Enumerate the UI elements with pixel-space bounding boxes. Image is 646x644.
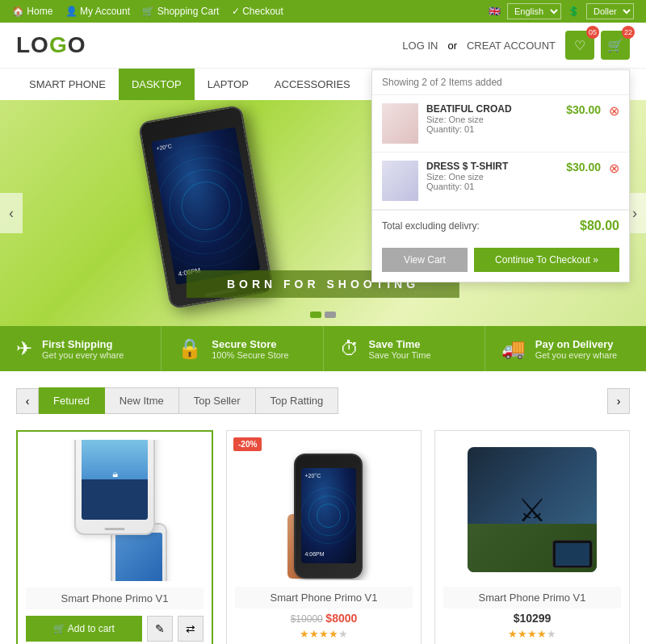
product-image-wrap: ⚔ xyxy=(443,439,621,580)
cart-item-remove-button[interactable]: ⊗ xyxy=(609,103,619,119)
feature-time-text: Save Time Save Your Time xyxy=(369,338,431,360)
create-account-link[interactable]: CREAT ACCOUNT xyxy=(467,40,556,52)
cart-total-label: Total excluding delivry: xyxy=(382,220,480,232)
cart-icon-small: 🛒 xyxy=(53,623,65,634)
flag-icon: 🇬🇧 xyxy=(489,6,501,17)
tab-new-item[interactable]: New Itme xyxy=(105,387,179,414)
cart-total: Total excluding delivry: $80.00 xyxy=(372,210,629,241)
star-empty: ★ xyxy=(547,628,556,640)
cart-item-details: DRESS $ T-SHIRT Size: One size Quantity:… xyxy=(426,161,558,191)
compare-button[interactable]: ⇄ xyxy=(178,616,203,642)
product-name: Smart Phone Primo V1 xyxy=(26,588,203,609)
header-right: LOG IN or CREAT ACCOUNT ♡ 05 🛒 22 xyxy=(402,31,630,60)
cart-item-name: BEATIFUL CROAD xyxy=(426,103,558,115)
nav-smart-phone[interactable]: SMART PHONE xyxy=(16,69,119,100)
logo: LOGO xyxy=(16,32,86,58)
cart-item-name: DRESS $ T-SHIRT xyxy=(426,161,558,172)
feature-shipping-sub: Get you every whare xyxy=(42,350,124,360)
top-bar-left: 🏠 Home 👤 My Account 🛒 Shopping Cart ✓ Ch… xyxy=(12,6,293,17)
nav-accessories[interactable]: ACCESSORIES xyxy=(262,69,363,100)
tab-top-seller[interactable]: Top Seller xyxy=(179,387,256,414)
cart-item-price: $30.00 xyxy=(566,161,601,174)
product-stars: ★★★★★ xyxy=(443,628,621,640)
feature-secure-sub: 100% Secure Store xyxy=(212,350,288,360)
top-bar: 🏠 Home 👤 My Account 🛒 Shopping Cart ✓ Ch… xyxy=(0,0,646,23)
star-filled: ★★★★ xyxy=(300,628,338,640)
currency-select[interactable]: Doller xyxy=(586,3,634,19)
cart-item-remove-button[interactable]: ⊗ xyxy=(609,161,619,176)
tab-featured[interactable]: Fetured xyxy=(39,387,105,414)
cart-item: DRESS $ T-SHIRT Size: One size Quantity:… xyxy=(372,153,629,210)
feature-secure: 🔒 Secure Store 100% Secure Store xyxy=(162,326,323,371)
products-section: ‹ Fetured New Itme Top Seller Top Rattin… xyxy=(0,371,646,644)
sale-badge: -20% xyxy=(233,437,262,451)
tab-top-ratting[interactable]: Top Ratting xyxy=(256,387,339,414)
checkout-button[interactable]: Continue To Checkout » xyxy=(474,248,619,272)
feature-shipping-text: First Shipping Get you every whare xyxy=(42,338,124,360)
hero-prev-button[interactable]: ‹ xyxy=(0,193,23,233)
features-bar: ✈ First Shipping Get you every whare 🔒 S… xyxy=(0,326,646,371)
product-price-new: $8000 xyxy=(325,612,357,625)
login-link[interactable]: LOG IN xyxy=(402,40,438,52)
product-tabs: Fetured New Itme Top Seller Top Ratting xyxy=(39,387,607,414)
products-grid: 🏔 Smart Phone Primo V1 xyxy=(16,430,630,644)
nav-my-account[interactable]: 👤 My Account xyxy=(65,6,130,17)
cart-item-qty: Quantity: 01 xyxy=(426,124,558,134)
cart-icon: 🛒 xyxy=(607,38,623,53)
cart-item-size: Size: One size xyxy=(426,172,558,182)
edit-icon: ✎ xyxy=(155,622,165,635)
truck-icon: 🚚 xyxy=(501,337,526,360)
nav-dasktop[interactable]: DASKTOP xyxy=(119,69,195,100)
cart-dropdown: Showing 2 of 2 Items added BEATIFUL CROA… xyxy=(371,69,630,282)
product-price: $10299 xyxy=(514,612,552,625)
star-empty: ★ xyxy=(338,628,348,640)
feature-delivery-title: Pay on Delivery xyxy=(535,338,618,350)
cart-item-image xyxy=(382,103,418,144)
heart-icon: ♡ xyxy=(574,38,585,53)
cart-item-price: $30.00 xyxy=(566,103,601,116)
edit-button[interactable]: ✎ xyxy=(147,616,173,642)
top-bar-right: 🇬🇧 English 💲 Doller xyxy=(489,3,634,19)
feature-secure-text: Secure Store 100% Secure Store xyxy=(212,338,288,360)
feature-shipping: ✈ First Shipping Get you every whare xyxy=(0,326,162,371)
cart-item-details: BEATIFUL CROAD Size: One size Quantity: … xyxy=(426,103,558,134)
cart-badge: 22 xyxy=(622,26,635,39)
cart-item-size: Size: One size xyxy=(426,115,558,124)
feature-time-sub: Save Your Time xyxy=(369,350,431,360)
feature-secure-title: Secure Store xyxy=(212,338,288,350)
compare-icon: ⇄ xyxy=(186,622,195,635)
nav-checkout[interactable]: ✓ Checkout xyxy=(232,6,283,17)
header: LOGO LOG IN or CREAT ACCOUNT ♡ 05 🛒 22 S… xyxy=(0,23,646,68)
cart-dropdown-header: Showing 2 of 2 Items added xyxy=(372,70,629,95)
feature-shipping-title: First Shipping xyxy=(42,338,124,350)
nav-laptop[interactable]: LAPTOP xyxy=(195,69,262,100)
product-card: -20% +20°C 4:06PM xyxy=(226,430,422,644)
or-text: or xyxy=(447,40,457,52)
dollar-icon: 💲 xyxy=(568,6,580,17)
nav-home[interactable]: 🏠 Home xyxy=(12,6,52,17)
add-to-cart-button[interactable]: 🛒 Add to cart xyxy=(26,616,142,642)
products-prev-button[interactable]: ‹ xyxy=(16,388,39,414)
star-filled: ★★★★ xyxy=(508,628,547,640)
cart-icons: ♡ 05 🛒 22 xyxy=(565,31,630,60)
shipping-icon: ✈ xyxy=(16,337,32,360)
product-image-wrap: 🏔 xyxy=(26,440,203,581)
lock-icon: 🔒 xyxy=(178,337,202,360)
wishlist-button[interactable]: ♡ 05 xyxy=(565,31,594,60)
view-cart-button[interactable]: View Cart xyxy=(382,248,468,272)
product-actions: 🛒 Add to cart ✎ ⇄ xyxy=(26,616,203,642)
cart-item-image xyxy=(382,161,418,201)
products-header: ‹ Fetured New Itme Top Seller Top Rattin… xyxy=(16,387,630,414)
product-card: ⚔ Smart Phone Primo V1 $10299 ★★★★★ xyxy=(434,430,630,644)
cart-button[interactable]: 🛒 22 xyxy=(601,31,630,60)
cart-item-qty: Quantity: 01 xyxy=(426,182,558,191)
cart-item: BEATIFUL CROAD Size: One size Quantity: … xyxy=(372,95,629,153)
cart-total-price: $80.00 xyxy=(580,219,619,233)
nav-shopping-cart[interactable]: 🛒 Shopping Cart xyxy=(142,6,219,17)
language-select[interactable]: English xyxy=(507,3,561,19)
clock-icon: ⏱ xyxy=(340,337,359,360)
product-stars: ★★★★★ xyxy=(235,628,413,640)
feature-delivery-text: Pay on Delivery Get you every whare xyxy=(535,338,618,360)
products-next-button[interactable]: › xyxy=(607,388,630,414)
wishlist-badge: 05 xyxy=(586,26,599,39)
